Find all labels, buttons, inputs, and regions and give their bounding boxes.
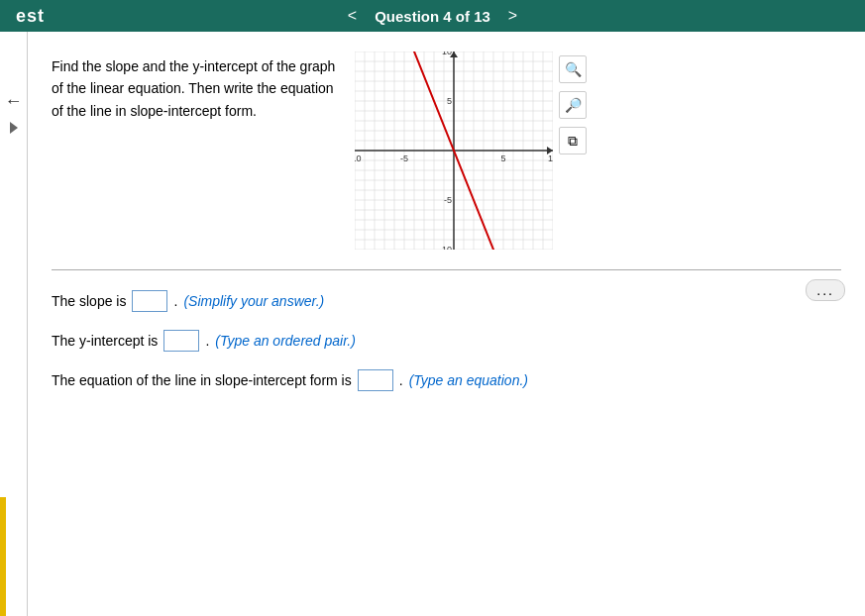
yintercept-input[interactable] xyxy=(163,330,199,352)
yintercept-hint: (Type an ordered pair.) xyxy=(215,333,356,349)
zoom-in-button[interactable]: 🔍 xyxy=(559,55,587,83)
content-area: Find the slope and the y-intercept of th… xyxy=(28,32,865,616)
question-line3: of the line in slope-intercept form. xyxy=(52,103,257,119)
graph-wrapper: 🔍 🔎 ⧉ xyxy=(355,51,587,250)
yintercept-prompt: The y-intercept is xyxy=(52,333,158,349)
graph-controls: 🔍 🔎 ⧉ xyxy=(559,51,587,154)
header: est < Question 4 of 13 > xyxy=(0,0,865,32)
question-text: Find the slope and the y-intercept of th… xyxy=(52,51,335,122)
prev-question-button[interactable]: < xyxy=(342,5,363,27)
slope-prompt: The slope is xyxy=(52,293,126,309)
section-divider xyxy=(52,269,841,270)
next-question-button[interactable]: > xyxy=(502,5,523,27)
equation-period: . xyxy=(399,372,403,388)
yellow-highlight-bar xyxy=(0,497,6,616)
collapse-triangle[interactable] xyxy=(10,122,18,134)
answer-section: The slope is . (Simplify your answer.) T… xyxy=(52,290,841,391)
question-line2: of the linear equation. Then write the e… xyxy=(52,80,334,96)
slope-period: . xyxy=(173,293,177,309)
question-counter-group: < Question 4 of 13 > xyxy=(342,5,523,27)
left-sidebar: ← xyxy=(0,32,28,616)
equation-prompt: The equation of the line in slope-interc… xyxy=(52,372,352,388)
back-arrow-button[interactable]: ← xyxy=(5,91,23,112)
zoom-out-button[interactable]: 🔎 xyxy=(559,91,587,119)
equation-hint: (Type an equation.) xyxy=(409,372,528,388)
graph-container xyxy=(355,51,553,250)
main-container: ← Find the slope and the y-intercept of … xyxy=(0,32,865,616)
expand-button[interactable]: ⧉ xyxy=(559,127,587,154)
slope-input[interactable] xyxy=(132,290,167,312)
question-counter: Question 4 of 13 xyxy=(375,8,490,25)
question-line1: Find the slope and the y-intercept of th… xyxy=(52,58,335,74)
more-options-button[interactable]: ... xyxy=(806,279,845,301)
yintercept-period: . xyxy=(205,333,209,349)
equation-row: The equation of the line in slope-interc… xyxy=(52,369,841,391)
yintercept-row: The y-intercept is . (Type an ordered pa… xyxy=(52,330,841,352)
app-title: est xyxy=(16,6,45,27)
question-top-section: Find the slope and the y-intercept of th… xyxy=(52,51,841,250)
equation-input[interactable] xyxy=(358,369,393,391)
slope-hint: (Simplify your answer.) xyxy=(183,293,324,309)
graph-canvas xyxy=(355,51,553,250)
slope-row: The slope is . (Simplify your answer.) xyxy=(52,290,841,312)
